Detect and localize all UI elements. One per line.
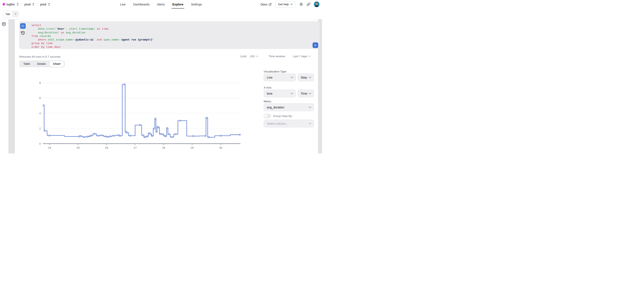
avatar-image xyxy=(314,1,320,7)
tab-details[interactable]: Details xyxy=(34,61,49,67)
x-axis-column-select[interactable]: time xyxy=(264,90,296,97)
svg-text:2: 2 xyxy=(39,127,41,130)
group-data-row: Group Data By: xyxy=(264,114,292,118)
share-link-button[interactable] xyxy=(307,2,310,6)
breadcrumb-separator: / xyxy=(37,2,38,6)
group-column-placeholder: Select column... xyxy=(267,122,288,125)
chevron-updown-icon xyxy=(32,3,34,6)
format-code-button[interactable] xyxy=(20,23,26,29)
left-scrollbar[interactable] xyxy=(8,19,15,153)
svg-text:0: 0 xyxy=(39,142,41,145)
chart-area: 0246824252627282930 xyxy=(19,79,244,151)
environment-switcher[interactable]: prod xyxy=(40,3,46,6)
nav-settings[interactable]: Settings xyxy=(191,0,202,8)
sql-query-text[interactable]: select date_trunc('hour', start_timestam… xyxy=(31,23,154,49)
docs-label: Docs xyxy=(260,3,268,6)
get-help-button[interactable]: Get help xyxy=(275,1,296,8)
metric-label: Metric xyxy=(264,100,272,103)
schema-browser-button[interactable] xyxy=(2,22,6,26)
chevron-down-icon xyxy=(291,77,293,78)
svg-text:30: 30 xyxy=(219,146,222,149)
toggle-knob xyxy=(264,114,268,118)
get-help-label: Get help xyxy=(278,3,289,6)
visualization-type-label: Visualization Type xyxy=(264,70,286,73)
svg-text:6: 6 xyxy=(39,96,41,100)
time-window-select[interactable]: Last 7 days xyxy=(293,55,311,58)
tab-chart[interactable]: Chart xyxy=(49,61,64,67)
x-axis-column-value: time xyxy=(267,92,272,95)
svg-text:4: 4 xyxy=(39,112,41,115)
query-options-row: Limit: 100 Time window: Last 7 days xyxy=(240,55,311,58)
chevron-down-icon xyxy=(291,93,293,94)
chevron-down-icon xyxy=(309,93,311,94)
x-axis-type-select[interactable]: Time xyxy=(298,90,314,97)
group-column-select[interactable]: Select column... xyxy=(264,120,314,127)
visualization-type-value: Line xyxy=(267,76,272,79)
svg-text:8: 8 xyxy=(39,81,41,84)
nav-dashboards[interactable]: Dashboards xyxy=(133,0,150,8)
svg-text:26: 26 xyxy=(105,146,108,149)
theme-toggle-button[interactable] xyxy=(299,2,303,6)
limit-label: Limit: xyxy=(240,55,247,58)
nav-alerts[interactable]: Alerts xyxy=(157,0,165,8)
new-tab-button[interactable]: + xyxy=(12,11,19,17)
chevron-updown-icon xyxy=(48,3,50,6)
top-nav: logfire / prod / prod Live Dashboards Al… xyxy=(0,0,322,9)
x-axis-label: X Axis xyxy=(264,86,272,89)
time-window-value: Last 7 days xyxy=(293,55,307,58)
tab-table[interactable]: Table xyxy=(20,61,34,67)
history-icon xyxy=(21,31,25,35)
sun-icon xyxy=(299,2,303,6)
external-link-icon xyxy=(269,3,272,6)
breadcrumb-separator: / xyxy=(21,2,22,6)
header-actions: Docs Get help xyxy=(260,0,320,8)
limit-select[interactable]: 100 xyxy=(250,55,258,58)
sql-editor[interactable]: select date_trunc('hour', start_timestam… xyxy=(19,21,320,49)
svg-text:28: 28 xyxy=(162,146,165,149)
chevron-down-icon xyxy=(308,55,311,57)
metric-value: avg_duration xyxy=(267,106,284,109)
limit-value: 100 xyxy=(250,55,255,58)
svg-text:29: 29 xyxy=(190,146,194,149)
chevron-down-icon xyxy=(256,55,258,57)
metric-select[interactable]: avg_duration xyxy=(264,103,314,111)
chart-svg: 0246824252627282930 xyxy=(19,79,244,151)
chevron-down-icon xyxy=(309,123,311,124)
svg-text:24: 24 xyxy=(48,146,51,149)
play-icon xyxy=(314,44,317,47)
database-icon xyxy=(2,22,6,26)
logfire-logo-icon xyxy=(2,3,6,6)
docs-link[interactable]: Docs xyxy=(260,3,272,6)
line-style-select[interactable]: Step xyxy=(298,73,314,81)
chevron-updown-icon xyxy=(17,3,18,6)
run-query-button[interactable] xyxy=(312,42,318,48)
svg-text:25: 25 xyxy=(76,146,80,149)
nav-explore[interactable]: Explore xyxy=(172,0,183,8)
result-view-tabs: Table Details Chart xyxy=(19,60,65,67)
nav-live[interactable]: Live xyxy=(120,0,126,8)
chevron-down-icon xyxy=(290,3,293,5)
group-data-label: Group Data By: xyxy=(273,114,292,118)
org-switcher[interactable]: logfire xyxy=(6,3,15,6)
line-style-value: Step xyxy=(301,76,307,79)
query-tab[interactable]: Tab xyxy=(3,11,12,17)
x-axis-type-value: Time xyxy=(301,92,307,95)
chevron-down-icon xyxy=(309,106,311,108)
group-data-toggle[interactable] xyxy=(264,114,271,118)
breadcrumb: logfire / prod / prod xyxy=(3,0,50,8)
user-avatar[interactable] xyxy=(314,1,320,7)
results-summary: Returned 49 rows in 6.7 seconds. xyxy=(19,55,61,58)
svg-text:27: 27 xyxy=(134,146,137,149)
main-nav: Live Dashboards Alerts Explore Settings xyxy=(120,0,202,8)
visualization-type-select[interactable]: Line xyxy=(264,73,296,81)
code-icon xyxy=(21,24,25,27)
project-switcher[interactable]: prod xyxy=(24,3,30,6)
query-tab-bar: Tab + xyxy=(0,8,322,19)
link-icon xyxy=(307,2,310,6)
query-history-button[interactable] xyxy=(21,31,25,35)
chevron-down-icon xyxy=(309,77,311,78)
time-window-label: Time window: xyxy=(269,55,286,58)
